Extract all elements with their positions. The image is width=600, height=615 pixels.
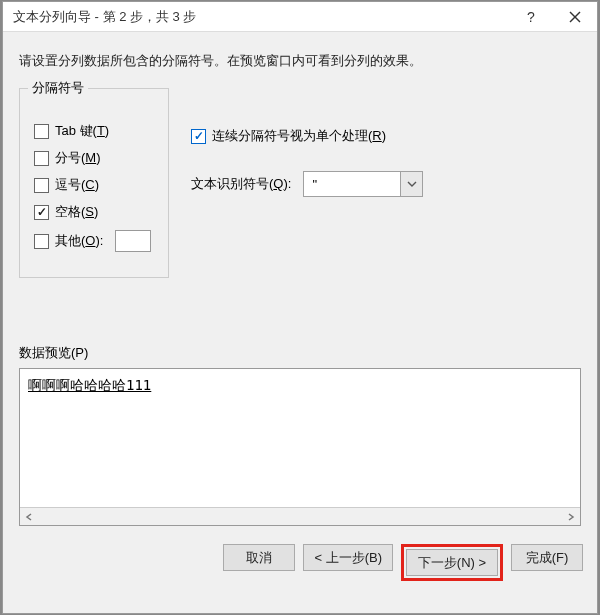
dropdown-button[interactable] [400, 172, 422, 196]
text-qualifier-row: 文本识别符号(Q): " [191, 171, 423, 197]
delimiter-space-row[interactable]: 空格(S) [34, 203, 154, 221]
wizard-dialog: 文本分列向导 - 第 2 步，共 3 步 ? 请设置分列数据所包含的分隔符号。在… [2, 1, 598, 614]
close-button[interactable] [553, 2, 597, 32]
scroll-left-button[interactable] [20, 508, 38, 526]
dialog-content: 请设置分列数据所包含的分隔符号。在预览窗口内可看到分列的效果。 分隔符号 Tab… [3, 32, 597, 526]
chevron-right-icon [567, 513, 575, 521]
cancel-button[interactable]: 取消 [223, 544, 295, 571]
delimiter-semicolon-label: 分号(M) [55, 149, 101, 167]
chevron-left-icon [25, 513, 33, 521]
close-icon [569, 11, 581, 23]
delimiters-fieldset: 分隔符号 Tab 键(T) 分号(M) 逗号(C) 空格(S) [19, 88, 169, 278]
scroll-right-button[interactable] [562, 508, 580, 526]
next-button-highlight: 下一步(N) > [401, 544, 503, 581]
right-options: 连续分隔符号视为单个处理(R) 文本识别符号(Q): " [191, 88, 423, 197]
title-bar: 文本分列向导 - 第 2 步，共 3 步 ? [3, 2, 597, 32]
delimiter-tab-checkbox[interactable] [34, 124, 49, 139]
delimiter-space-checkbox[interactable] [34, 205, 49, 220]
preview-row: 啊啊啊哈哈哈哈111 [28, 377, 572, 395]
scroll-track[interactable] [38, 508, 562, 525]
text-qualifier-dropdown[interactable]: " [303, 171, 423, 197]
consecutive-checkbox[interactable] [191, 129, 206, 144]
back-button[interactable]: < 上一步(B) [303, 544, 393, 571]
delimiter-other-row[interactable]: 其他(O): [34, 230, 154, 252]
delimiter-other-label: 其他(O): [55, 232, 103, 250]
delimiter-comma-label: 逗号(C) [55, 176, 99, 194]
delimiter-other-checkbox[interactable] [34, 234, 49, 249]
chevron-down-icon [407, 181, 417, 187]
finish-button[interactable]: 完成(F) [511, 544, 583, 571]
instructions-text: 请设置分列数据所包含的分隔符号。在预览窗口内可看到分列的效果。 [19, 52, 581, 70]
help-button[interactable]: ? [509, 2, 553, 32]
preview-label: 数据预览(P) [19, 344, 581, 362]
window-title: 文本分列向导 - 第 2 步，共 3 步 [13, 8, 509, 26]
delimiter-tab-row[interactable]: Tab 键(T) [34, 122, 154, 140]
delimiter-semicolon-checkbox[interactable] [34, 151, 49, 166]
button-row: 取消 < 上一步(B) 下一步(N) > 完成(F) [3, 526, 597, 581]
horizontal-scrollbar[interactable] [20, 507, 580, 525]
next-button[interactable]: 下一步(N) > [406, 549, 498, 576]
text-qualifier-value: " [304, 177, 400, 192]
delimiter-tab-label: Tab 键(T) [55, 122, 109, 140]
consecutive-row[interactable]: 连续分隔符号视为单个处理(R) [191, 127, 423, 145]
delimiter-comma-row[interactable]: 逗号(C) [34, 176, 154, 194]
consecutive-label: 连续分隔符号视为单个处理(R) [212, 127, 386, 145]
delimiter-semicolon-row[interactable]: 分号(M) [34, 149, 154, 167]
delimiters-legend: 分隔符号 [28, 79, 88, 97]
text-qualifier-label: 文本识别符号(Q): [191, 175, 291, 193]
preview-box: 啊啊啊哈哈哈哈111 [19, 368, 581, 526]
delimiter-comma-checkbox[interactable] [34, 178, 49, 193]
delimiter-space-label: 空格(S) [55, 203, 98, 221]
delimiter-other-input[interactable] [115, 230, 151, 252]
